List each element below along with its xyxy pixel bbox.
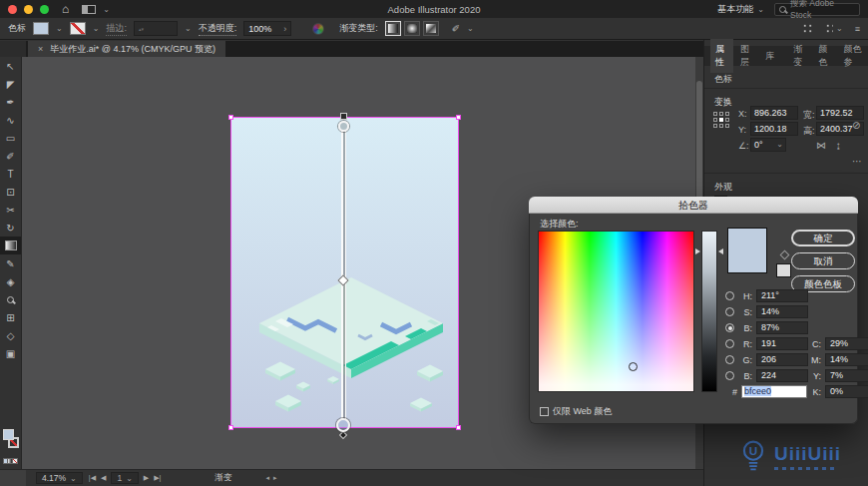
hue-field[interactable]: 211°: [756, 289, 808, 302]
color-slider[interactable]: [701, 231, 717, 392]
color-field-marker[interactable]: [629, 362, 638, 371]
chevron-down-icon[interactable]: ⌄: [776, 139, 783, 151]
more-options-icon[interactable]: ⋯: [852, 156, 862, 167]
hex-field[interactable]: bfcee0: [741, 385, 807, 398]
blend-tool[interactable]: ◈: [0, 272, 21, 290]
eyedropper-tool[interactable]: ✎: [0, 254, 21, 272]
brightness-radio[interactable]: [725, 323, 734, 332]
yellow-field[interactable]: 7%: [825, 369, 868, 382]
last-artboard-button[interactable]: ▶|: [154, 474, 161, 482]
magenta-field[interactable]: 14%: [825, 353, 868, 366]
color-field[interactable]: [538, 231, 694, 392]
red-radio[interactable]: [725, 339, 734, 348]
artboard-number-select[interactable]: 1 ⌄: [111, 472, 138, 484]
chevron-down-icon[interactable]: ⌄: [103, 5, 110, 14]
toolbar-fill-swatch[interactable]: [3, 429, 14, 440]
slice-tool[interactable]: ▣: [0, 344, 21, 362]
frame-tool[interactable]: ⊡: [0, 183, 21, 201]
chevron-right-icon[interactable]: ›: [283, 24, 286, 34]
edit-gradient-icon[interactable]: ✐: [452, 23, 460, 34]
paintbrush-tool[interactable]: ✐: [0, 147, 21, 165]
close-tab-icon[interactable]: ×: [38, 44, 43, 54]
document-tab[interactable]: × 毕业作业.ai* @ 4.17% (CMYK/GPU 预览): [28, 41, 225, 57]
home-icon[interactable]: ⌂: [62, 2, 69, 16]
curvature-tool[interactable]: ∿: [0, 111, 21, 129]
first-artboard-button[interactable]: |◀: [89, 474, 96, 482]
chevron-down-icon[interactable]: ⌄: [467, 24, 474, 33]
stroke-color-swatch[interactable]: [70, 22, 86, 35]
blue-radio[interactable]: [725, 371, 734, 380]
recolor-artwork-icon[interactable]: [312, 23, 324, 35]
horizontal-scroll-arrows[interactable]: ◂▸: [265, 474, 280, 482]
next-artboard-button[interactable]: ▶: [144, 474, 149, 482]
tab-libraries[interactable]: 库: [760, 46, 779, 67]
stepper-icon[interactable]: ▴▾: [139, 27, 144, 31]
selection-tool[interactable]: ↖: [0, 57, 21, 75]
blue-field[interactable]: 224: [756, 369, 808, 382]
angle-field[interactable]: 0°⌄: [750, 138, 786, 152]
arrange-documents-icon[interactable]: [82, 5, 96, 14]
ok-button[interactable]: 确定: [791, 230, 855, 246]
freeform-gradient-button[interactable]: [423, 21, 439, 36]
saturation-field[interactable]: 14%: [756, 305, 808, 318]
dialog-title[interactable]: 拾色器: [529, 197, 858, 214]
closest-web-color-swatch[interactable]: [776, 263, 791, 277]
black-field[interactable]: 0%: [825, 385, 868, 398]
close-window-button[interactable]: [8, 5, 17, 14]
hue-radio[interactable]: [725, 291, 734, 300]
tab-properties[interactable]: 属性: [710, 39, 733, 73]
tab-gradient[interactable]: 渐变: [788, 39, 811, 73]
gradient-tool[interactable]: [0, 237, 21, 254]
minimize-window-button[interactable]: [24, 5, 33, 14]
scissors-tool[interactable]: ✂: [0, 201, 21, 219]
cancel-button[interactable]: 取消: [791, 252, 855, 269]
chevron-down-icon[interactable]: ⌄: [185, 24, 192, 33]
maximize-window-button[interactable]: [40, 5, 49, 14]
web-only-checkbox[interactable]: [540, 407, 549, 416]
gradient-annotator-end-handle[interactable]: [339, 431, 347, 439]
y-field[interactable]: 1200.18: [750, 122, 798, 136]
selection-handle[interactable]: [228, 115, 233, 120]
list-view-icon[interactable]: ≡: [855, 24, 860, 34]
pen-tool[interactable]: ✒: [0, 93, 21, 111]
type-tool[interactable]: T: [0, 165, 21, 183]
gradient-annotator-origin-handle[interactable]: [340, 113, 347, 120]
stroke-weight-field[interactable]: ▴▾: [134, 21, 178, 36]
search-input[interactable]: 搜索 Adobe Stock: [774, 3, 860, 16]
workspace-switcher[interactable]: 基本功能 ⌄: [717, 3, 764, 16]
linear-gradient-button[interactable]: [385, 21, 401, 36]
selection-handle[interactable]: [456, 425, 461, 430]
saturation-radio[interactable]: [725, 307, 734, 316]
artboard-tool[interactable]: ⊞: [0, 308, 21, 326]
red-field[interactable]: 191: [756, 337, 808, 350]
cyan-field[interactable]: 29%: [825, 337, 868, 350]
flip-horizontal-icon[interactable]: ⋈: [816, 140, 826, 151]
slider-marker-right[interactable]: [718, 248, 723, 254]
direct-selection-tool[interactable]: ◤: [0, 75, 21, 93]
distribute-icon[interactable]: [825, 23, 833, 34]
align-icon[interactable]: [802, 23, 813, 34]
slider-marker-left[interactable]: [695, 248, 700, 254]
x-field[interactable]: 896.263: [750, 106, 798, 120]
previous-artboard-button[interactable]: ◀: [101, 474, 106, 482]
chevron-down-icon[interactable]: ⌄: [56, 24, 63, 33]
tab-color[interactable]: 颜色: [813, 39, 836, 73]
chevron-down-icon[interactable]: ⌄: [836, 24, 843, 33]
zoom-tool[interactable]: [0, 290, 21, 308]
reference-point-locator[interactable]: [713, 112, 729, 128]
width-field[interactable]: 1792.52: [816, 106, 864, 120]
selection-handle[interactable]: [228, 425, 233, 430]
fill-color-swatch[interactable]: [33, 22, 49, 35]
green-radio[interactable]: [725, 355, 734, 364]
free-transform-tool[interactable]: ◇: [0, 326, 21, 344]
green-field[interactable]: 206: [756, 353, 808, 366]
none-button[interactable]: [13, 458, 18, 464]
rotate-tool[interactable]: ↻: [0, 219, 21, 237]
color-gradient-none-buttons[interactable]: [3, 458, 18, 464]
zoom-level-select[interactable]: 4.17% ⌄: [36, 472, 83, 484]
opacity-field[interactable]: 100% ›: [243, 21, 291, 36]
gradient-stop-start[interactable]: [338, 121, 349, 132]
tab-color-guide[interactable]: 颜色参: [838, 39, 868, 73]
chevron-down-icon[interactable]: ⌄: [93, 24, 100, 33]
selection-handle[interactable]: [456, 115, 461, 120]
